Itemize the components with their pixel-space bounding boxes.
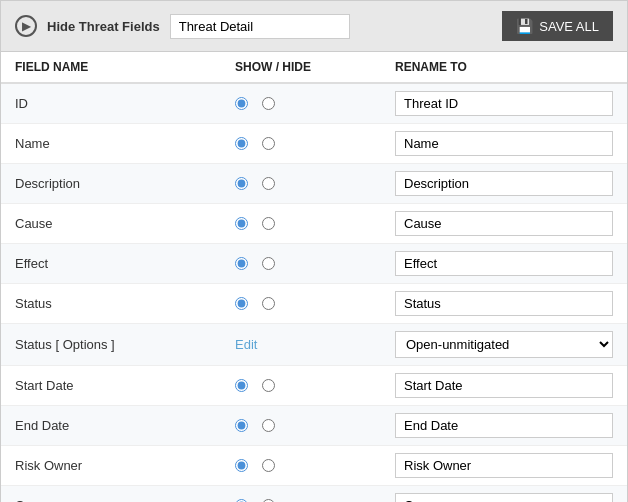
radio-group-description xyxy=(235,177,395,190)
rename-cell-start-date xyxy=(395,373,613,398)
threat-detail-input[interactable] xyxy=(170,14,350,39)
hide-radio-end-date[interactable] xyxy=(262,419,275,432)
show-hide-start-date xyxy=(235,379,395,392)
table-row: Name xyxy=(1,124,627,164)
table-row: Currency xyxy=(1,486,627,502)
header: ▶ Hide Threat Fields 💾 SAVE ALL xyxy=(1,1,627,52)
rename-input-cause[interactable] xyxy=(395,211,613,236)
rename-cell-status-options: Open-unmitigatedOpen-mitigatedClosedAcce… xyxy=(395,331,613,358)
show-radio-effect[interactable] xyxy=(235,257,248,270)
rename-cell-effect xyxy=(395,251,613,276)
rename-input-description[interactable] xyxy=(395,171,613,196)
hide-radio-risk-owner[interactable] xyxy=(262,459,275,472)
hide-radio-effect[interactable] xyxy=(262,257,275,270)
radio-group-end-date xyxy=(235,419,395,432)
show-radio-status[interactable] xyxy=(235,297,248,310)
save-icon: 💾 xyxy=(516,18,533,34)
rename-input-effect[interactable] xyxy=(395,251,613,276)
rename-input-end-date[interactable] xyxy=(395,413,613,438)
hide-radio-start-date[interactable] xyxy=(262,379,275,392)
field-name-effect: Effect xyxy=(15,256,235,271)
show-hide-id xyxy=(235,97,395,110)
show-hide-effect xyxy=(235,257,395,270)
hide-radio-status[interactable] xyxy=(262,297,275,310)
main-container: ▶ Hide Threat Fields 💾 SAVE ALL FIELD NA… xyxy=(0,0,628,502)
header-left: ▶ Hide Threat Fields xyxy=(15,14,350,39)
show-hide-risk-owner xyxy=(235,459,395,472)
rename-input-risk-owner[interactable] xyxy=(395,453,613,478)
field-name-id: ID xyxy=(15,96,235,111)
field-name-status: Status xyxy=(15,296,235,311)
radio-group-status xyxy=(235,297,395,310)
show-hide-status-options: Edit xyxy=(235,337,395,352)
rename-input-currency[interactable] xyxy=(395,493,613,502)
rename-cell-status xyxy=(395,291,613,316)
col-show-hide: SHOW / HIDE xyxy=(235,60,395,74)
radio-group-effect xyxy=(235,257,395,270)
show-radio-start-date[interactable] xyxy=(235,379,248,392)
radio-group-name xyxy=(235,137,395,150)
header-title: Hide Threat Fields xyxy=(47,19,160,34)
show-radio-id[interactable] xyxy=(235,97,248,110)
show-hide-end-date xyxy=(235,419,395,432)
col-rename-to: RENAME TO xyxy=(395,60,613,74)
show-hide-description xyxy=(235,177,395,190)
field-name-currency: Currency xyxy=(15,498,235,502)
show-radio-name[interactable] xyxy=(235,137,248,150)
rename-cell-cause xyxy=(395,211,613,236)
show-hide-name xyxy=(235,137,395,150)
save-label: SAVE ALL xyxy=(539,19,599,34)
edit-link-status-options[interactable]: Edit xyxy=(235,337,257,352)
hide-radio-name[interactable] xyxy=(262,137,275,150)
show-hide-status xyxy=(235,297,395,310)
rename-cell-risk-owner xyxy=(395,453,613,478)
table-row: End Date xyxy=(1,406,627,446)
table-header: FIELD NAME SHOW / HIDE RENAME TO xyxy=(1,52,627,84)
field-name-description: Description xyxy=(15,176,235,191)
radio-group-risk-owner xyxy=(235,459,395,472)
hide-radio-id[interactable] xyxy=(262,97,275,110)
radio-group-start-date xyxy=(235,379,395,392)
table-row: Description xyxy=(1,164,627,204)
show-radio-end-date[interactable] xyxy=(235,419,248,432)
rename-input-start-date[interactable] xyxy=(395,373,613,398)
field-name-name: Name xyxy=(15,136,235,151)
field-name-cause: Cause xyxy=(15,216,235,231)
table-body: IDNameDescriptionCauseEffectStatusStatus… xyxy=(1,84,627,502)
table-row: ID xyxy=(1,84,627,124)
table-row: Status [ Options ]EditOpen-unmitigatedOp… xyxy=(1,324,627,366)
rename-select-status-options[interactable]: Open-unmitigatedOpen-mitigatedClosedAcce… xyxy=(395,331,613,358)
table-row: Effect xyxy=(1,244,627,284)
field-name-start-date: Start Date xyxy=(15,378,235,393)
radio-group-id xyxy=(235,97,395,110)
rename-input-status[interactable] xyxy=(395,291,613,316)
save-all-button[interactable]: 💾 SAVE ALL xyxy=(502,11,613,41)
rename-cell-id xyxy=(395,91,613,116)
table-row: Risk Owner xyxy=(1,446,627,486)
show-hide-cause xyxy=(235,217,395,230)
table-row: Cause xyxy=(1,204,627,244)
field-name-status-options: Status [ Options ] xyxy=(15,337,235,352)
field-name-risk-owner: Risk Owner xyxy=(15,458,235,473)
show-radio-description[interactable] xyxy=(235,177,248,190)
rename-cell-currency xyxy=(395,493,613,502)
hide-threat-icon: ▶ xyxy=(15,15,37,37)
hide-radio-cause[interactable] xyxy=(262,217,275,230)
table-row: Start Date xyxy=(1,366,627,406)
radio-group-cause xyxy=(235,217,395,230)
show-radio-cause[interactable] xyxy=(235,217,248,230)
rename-input-id[interactable] xyxy=(395,91,613,116)
table-row: Status xyxy=(1,284,627,324)
rename-input-name[interactable] xyxy=(395,131,613,156)
rename-cell-name xyxy=(395,131,613,156)
col-field-name: FIELD NAME xyxy=(15,60,235,74)
hide-radio-description[interactable] xyxy=(262,177,275,190)
rename-cell-end-date xyxy=(395,413,613,438)
show-radio-risk-owner[interactable] xyxy=(235,459,248,472)
field-name-end-date: End Date xyxy=(15,418,235,433)
rename-cell-description xyxy=(395,171,613,196)
